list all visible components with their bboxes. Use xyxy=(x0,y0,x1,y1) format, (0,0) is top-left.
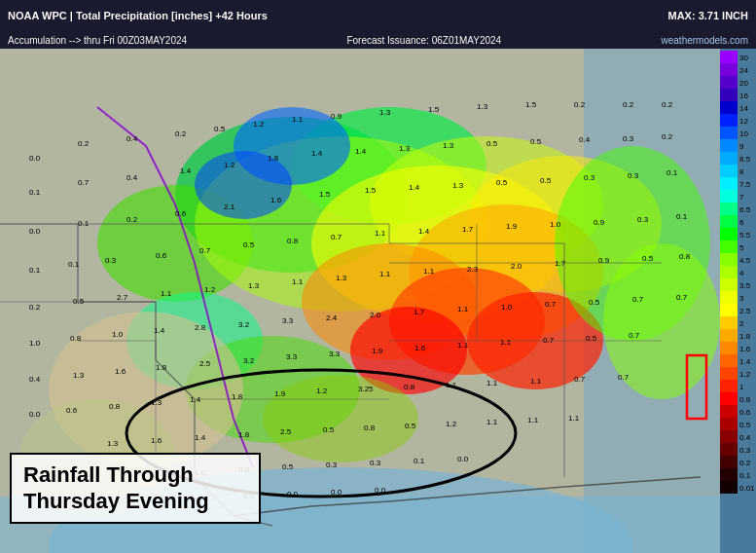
svg-text:3.5: 3.5 xyxy=(739,281,751,290)
svg-rect-218 xyxy=(720,329,738,342)
svg-rect-178 xyxy=(720,76,738,89)
svg-text:1.0: 1.0 xyxy=(112,330,124,339)
svg-rect-232 xyxy=(720,418,738,430)
svg-rect-226 xyxy=(720,380,738,392)
svg-text:0.8: 0.8 xyxy=(70,334,82,343)
svg-rect-220 xyxy=(720,342,738,354)
svg-text:0.0: 0.0 xyxy=(457,455,469,463)
svg-text:1.4: 1.4 xyxy=(739,357,751,366)
svg-text:0.1: 0.1 xyxy=(29,266,41,275)
svg-text:0.7: 0.7 xyxy=(629,331,640,340)
svg-text:20: 20 xyxy=(739,79,748,88)
svg-text:1.1: 1.1 xyxy=(161,289,172,298)
svg-text:0.7: 0.7 xyxy=(331,233,342,241)
svg-text:1.2: 1.2 xyxy=(253,120,265,129)
svg-text:0.2: 0.2 xyxy=(574,100,586,109)
header-bar: NOAA WPC | Total Precipitation [inches] … xyxy=(0,0,756,31)
map-area: 0.0 0.2 0.4 0.2 0.5 1.2 1.1 0.9 1.3 1.5 … xyxy=(0,49,720,553)
svg-text:1.4: 1.4 xyxy=(418,227,430,236)
svg-text:1.3: 1.3 xyxy=(248,281,260,290)
svg-text:0.2: 0.2 xyxy=(662,100,673,109)
svg-rect-236 xyxy=(720,443,738,456)
svg-text:0.9: 0.9 xyxy=(598,256,610,265)
svg-text:1.9: 1.9 xyxy=(372,347,383,355)
svg-text:6.5: 6.5 xyxy=(739,205,751,214)
svg-rect-196 xyxy=(720,190,738,203)
svg-rect-240 xyxy=(720,468,738,481)
svg-text:0.5: 0.5 xyxy=(540,176,552,185)
svg-text:0.2: 0.2 xyxy=(739,459,751,467)
svg-text:0.3: 0.3 xyxy=(623,134,634,143)
svg-text:0.5: 0.5 xyxy=(496,178,508,187)
svg-text:2.3: 2.3 xyxy=(467,265,479,274)
svg-text:0.0: 0.0 xyxy=(29,154,41,163)
svg-text:0.2: 0.2 xyxy=(78,139,90,148)
svg-text:0.1: 0.1 xyxy=(78,219,90,228)
svg-text:1.3: 1.3 xyxy=(107,439,119,448)
svg-text:0.5: 0.5 xyxy=(486,139,498,148)
rainfall-label: Rainfall Through Thursday Evening xyxy=(10,453,261,524)
svg-text:3: 3 xyxy=(739,294,744,303)
svg-text:0.1: 0.1 xyxy=(29,188,41,197)
svg-text:0.5: 0.5 xyxy=(282,462,294,471)
svg-text:0.5: 0.5 xyxy=(405,422,416,430)
svg-text:1.1: 1.1 xyxy=(486,379,498,387)
svg-text:1.4: 1.4 xyxy=(311,149,323,158)
svg-text:1.3: 1.3 xyxy=(443,141,454,150)
svg-rect-242 xyxy=(720,481,738,494)
svg-text:0.4: 0.4 xyxy=(739,433,751,442)
svg-text:0.4: 0.4 xyxy=(579,135,591,144)
svg-text:0.9: 0.9 xyxy=(331,112,342,121)
sub-header: Accumulation --> thru Fri 00Z03MAY2024 F… xyxy=(0,31,756,49)
svg-text:1.3: 1.3 xyxy=(399,144,411,153)
svg-text:2.8: 2.8 xyxy=(195,323,206,332)
svg-rect-210 xyxy=(720,278,738,291)
svg-text:0.4: 0.4 xyxy=(126,134,138,143)
svg-text:0.0: 0.0 xyxy=(29,410,41,419)
svg-text:0.8: 0.8 xyxy=(739,395,751,404)
svg-text:0.5: 0.5 xyxy=(243,240,255,249)
svg-rect-174 xyxy=(720,51,738,63)
svg-text:0.8: 0.8 xyxy=(404,383,415,391)
svg-text:1.1: 1.1 xyxy=(423,267,435,276)
svg-text:1.6: 1.6 xyxy=(739,345,751,353)
svg-text:0.0: 0.0 xyxy=(29,227,41,236)
svg-text:3.3: 3.3 xyxy=(329,350,341,358)
header-max: MAX: 3.71 INCH xyxy=(667,10,748,21)
svg-text:0.7: 0.7 xyxy=(199,246,211,255)
svg-text:1.1: 1.1 xyxy=(375,229,386,238)
svg-text:1.8: 1.8 xyxy=(739,332,751,341)
svg-text:1.6: 1.6 xyxy=(115,367,126,376)
svg-text:0.2: 0.2 xyxy=(662,132,673,141)
svg-rect-216 xyxy=(720,316,738,329)
svg-text:30: 30 xyxy=(739,54,748,62)
svg-text:2.7: 2.7 xyxy=(117,293,128,302)
svg-text:0.7: 0.7 xyxy=(618,373,630,382)
svg-rect-176 xyxy=(720,63,738,76)
svg-text:1.9: 1.9 xyxy=(506,222,518,231)
svg-text:1.1: 1.1 xyxy=(486,418,498,426)
svg-text:0.3: 0.3 xyxy=(105,256,117,265)
svg-text:3.2: 3.2 xyxy=(238,320,250,329)
svg-text:1.5: 1.5 xyxy=(319,190,331,199)
svg-text:0.6: 0.6 xyxy=(175,209,187,218)
svg-text:1.4: 1.4 xyxy=(180,166,192,175)
svg-text:1.6: 1.6 xyxy=(270,196,282,204)
svg-text:5.5: 5.5 xyxy=(739,231,751,240)
svg-text:1.5: 1.5 xyxy=(428,105,440,114)
svg-text:0.1: 0.1 xyxy=(739,471,751,480)
svg-text:1.3: 1.3 xyxy=(336,274,347,282)
svg-text:0.7: 0.7 xyxy=(78,178,90,187)
svg-text:1.6: 1.6 xyxy=(151,436,162,445)
svg-rect-202 xyxy=(720,228,738,240)
svg-text:1.1: 1.1 xyxy=(292,115,304,124)
svg-rect-194 xyxy=(720,177,738,190)
svg-text:1.0: 1.0 xyxy=(501,303,513,312)
svg-rect-212 xyxy=(720,291,738,304)
svg-text:0.5: 0.5 xyxy=(323,425,335,434)
svg-text:2.1: 2.1 xyxy=(224,203,235,211)
svg-text:0.1: 0.1 xyxy=(676,212,688,221)
svg-text:9: 9 xyxy=(739,142,744,151)
svg-text:0.5: 0.5 xyxy=(642,254,654,263)
svg-text:0.5: 0.5 xyxy=(73,297,85,306)
